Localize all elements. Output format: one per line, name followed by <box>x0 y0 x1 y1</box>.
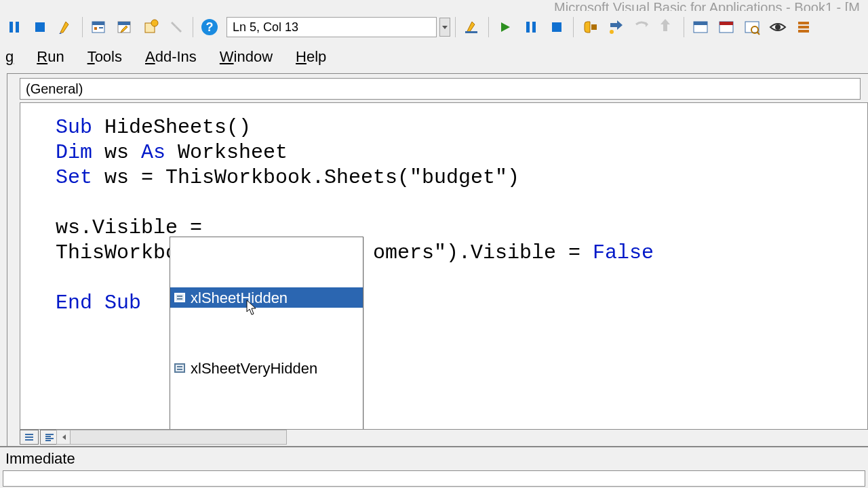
toolbar-separator <box>573 17 574 37</box>
keyword: End Sub <box>56 291 141 314</box>
svg-rect-2 <box>35 22 45 32</box>
svg-rect-27 <box>798 22 809 24</box>
keyword: Dim <box>56 141 92 164</box>
intellisense-label: xlSheetHidden <box>191 285 288 310</box>
break-icon[interactable] <box>519 16 542 39</box>
horizontal-scrollbar[interactable] <box>56 430 287 445</box>
keyword: As <box>141 141 165 164</box>
svg-rect-0 <box>9 22 13 33</box>
intellisense-item[interactable]: xlSheetVeryHidden <box>170 358 363 378</box>
code-editor[interactable]: Sub HideSheets() Dim ws As Worksheet Set… <box>20 102 868 430</box>
svg-rect-4 <box>92 22 104 25</box>
toggle-breakpoint-icon[interactable] <box>578 16 601 39</box>
quick-watch-icon[interactable] <box>766 16 789 39</box>
svg-rect-17 <box>591 24 597 30</box>
immediate-window-icon[interactable] <box>715 16 738 39</box>
code-text: ws.Visible = <box>56 216 202 239</box>
svg-rect-22 <box>719 22 733 25</box>
constant-icon <box>174 363 185 373</box>
code-text: HideSheets() <box>92 116 251 139</box>
code-text: omers").Visible = <box>373 241 593 264</box>
svg-rect-13 <box>465 31 477 33</box>
menu-help[interactable]: Help <box>292 45 330 68</box>
svg-text:?: ? <box>206 20 214 34</box>
intellisense-label: xlSheetVeryHidden <box>191 356 317 381</box>
immediate-window-input[interactable] <box>3 470 865 487</box>
svg-rect-6 <box>99 27 103 28</box>
svg-rect-14 <box>526 22 530 33</box>
intellisense-popup: xlSheetHidden xlSheetVeryHidden xlSheetV… <box>170 237 363 430</box>
menu-tools[interactable]: Tools <box>83 45 126 68</box>
code-text: Worksheet <box>165 141 288 164</box>
view-mode-buttons <box>20 430 59 445</box>
watch-window-icon[interactable] <box>741 16 764 39</box>
immediate-window-title: Immediate <box>0 447 868 470</box>
toolbox-icon[interactable] <box>165 16 188 39</box>
project-explorer-icon[interactable] <box>87 16 111 39</box>
toolbar-separator <box>488 17 489 37</box>
toolbar-separator <box>82 17 83 37</box>
code-text: ws = ThisWorkbook.Sheets("budget") <box>92 166 519 189</box>
cursor-position-readout: Ln 5, Col 13 <box>226 17 437 37</box>
main-toolbar: ? Ln 5, Col 13 <box>0 12 868 42</box>
call-stack-icon[interactable] <box>792 16 815 39</box>
pause-icon[interactable] <box>3 16 26 39</box>
svg-rect-8 <box>118 22 130 25</box>
step-into-icon[interactable] <box>604 16 627 39</box>
menu-window[interactable]: Window <box>216 45 277 68</box>
toolbar-separator <box>455 17 456 37</box>
svg-rect-20 <box>694 22 707 25</box>
keyword: Sub <box>56 116 92 139</box>
svg-point-10 <box>151 20 158 26</box>
object-browser-icon[interactable] <box>139 16 162 39</box>
svg-rect-16 <box>552 22 561 32</box>
stop-icon[interactable] <box>28 16 52 39</box>
svg-rect-5 <box>94 27 97 30</box>
properties-window-icon[interactable] <box>113 16 136 39</box>
procedure-view-button[interactable] <box>20 430 39 445</box>
constant-icon <box>174 293 185 302</box>
svg-point-26 <box>775 24 781 30</box>
immediate-window: Immediate <box>0 446 868 488</box>
step-out-icon[interactable] <box>656 16 679 39</box>
design-mode-icon-2[interactable] <box>460 16 484 39</box>
code-pane-frame: (General) Sub HideSheets() Dim ws As Wor… <box>7 73 868 446</box>
cursor-position-text: Ln 5, Col 13 <box>233 20 298 35</box>
titlebar-fragment: Microsoft Visual Basic for Applications … <box>546 0 868 11</box>
svg-rect-15 <box>532 22 536 33</box>
toolbar-separator <box>193 17 193 37</box>
design-mode-icon[interactable] <box>54 16 77 39</box>
menu-run[interactable]: Run <box>33 45 68 68</box>
code-text: ws <box>92 141 141 164</box>
dropdown-arrow-icon[interactable] <box>439 18 450 37</box>
menu-bar: g Run Tools Add-Ins Window Help <box>0 43 868 70</box>
svg-point-18 <box>610 30 614 34</box>
menu-add-ins[interactable]: Add-Ins <box>141 45 201 68</box>
run-icon[interactable] <box>494 16 517 39</box>
intellisense-item[interactable]: xlSheetHidden <box>170 287 363 308</box>
object-dropdown-value: (General) <box>26 81 83 97</box>
locals-window-icon[interactable] <box>689 16 712 39</box>
step-over-icon[interactable] <box>630 16 653 39</box>
reset-icon[interactable] <box>545 16 568 39</box>
code-text: ThisWorkbo <box>56 241 178 264</box>
menu-fragment-g[interactable]: g <box>1 45 18 68</box>
svg-rect-29 <box>798 30 809 33</box>
svg-rect-28 <box>798 26 809 28</box>
svg-rect-1 <box>16 22 19 33</box>
keyword: False <box>593 241 654 264</box>
scroll-left-arrow-icon[interactable] <box>57 430 71 444</box>
help-icon[interactable]: ? <box>198 16 221 39</box>
toolbar-separator <box>684 17 684 37</box>
keyword: Set <box>56 166 92 189</box>
object-dropdown[interactable]: (General) <box>20 78 861 100</box>
